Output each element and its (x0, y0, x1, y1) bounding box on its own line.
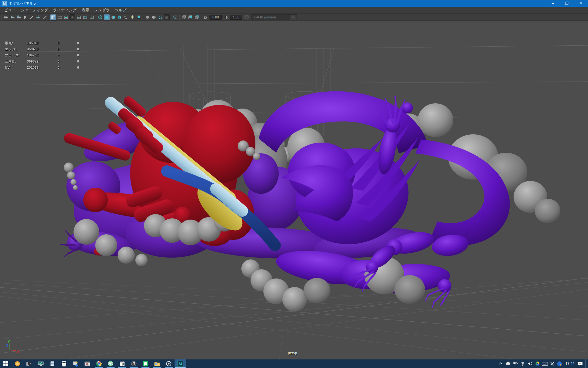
ime-close-icon[interactable] (548, 359, 556, 368)
restore-button[interactable]: ❐ (560, 0, 574, 7)
action-center-icon[interactable] (577, 359, 584, 368)
toolbar-separator (2, 15, 2, 20)
taskbar-icon-file-explorer[interactable] (151, 359, 163, 368)
resolution-gate-button[interactable] (63, 14, 69, 20)
occlusion-button[interactable] (145, 14, 150, 20)
hud-row-edges: エッジ:36940900 (0, 46, 97, 52)
safe-action-button[interactable] (82, 14, 88, 20)
battery-icon[interactable] (512, 359, 519, 368)
taskbar-icon-maya[interactable]: M (175, 359, 186, 368)
show-desktop-button[interactable] (585, 359, 587, 368)
taskbar-icon-ring-app[interactable] (12, 359, 23, 368)
toolbar-separator (201, 15, 201, 20)
titlebar[interactable]: M モデル パネル5 – ❐ ✕ (0, 0, 588, 7)
taskbar-icon-atom-green[interactable] (105, 359, 116, 368)
close-button[interactable]: ✕ (574, 0, 588, 7)
snap-move-icon[interactable] (35, 14, 41, 20)
hud-row-triangles: 三角形:36937200 (0, 58, 97, 64)
gate-mask-button[interactable] (70, 14, 75, 20)
panel-toolbar: 0.00 1.00 ● sRGB gamma ▼ (0, 14, 588, 21)
maya-model-panel-window: M モデル パネル5 – ❐ ✕ ビュー シェーディング ライティング 表示 レ… (0, 0, 588, 368)
windows-taskbar: M (0, 359, 588, 368)
field-chart-button[interactable] (76, 14, 82, 20)
taskbar-icon-record-ring[interactable] (163, 359, 175, 368)
taskbar-clock[interactable]: 17:42 (563, 362, 577, 366)
toolbar-separator (143, 15, 143, 20)
menu-shading[interactable]: シェーディング (18, 7, 51, 14)
ambient-light-button[interactable] (130, 14, 135, 20)
hud-row-uvs: UV:20103900 (0, 64, 97, 71)
taskbar-icon-chrome-profile[interactable] (93, 359, 105, 368)
menu-show[interactable]: 表示 (79, 7, 92, 14)
gamma-field[interactable]: 1.00 (230, 15, 242, 20)
taskbar-icon-setup-wizard[interactable] (70, 359, 81, 368)
svg-text:M: M (179, 362, 182, 366)
axis-x-label: X (17, 350, 20, 353)
axis-y-label: Y (8, 340, 10, 343)
taskbar-icon-browser-frame[interactable] (81, 359, 93, 368)
layer-stack-icon[interactable] (187, 14, 193, 20)
gamma-toggle[interactable]: ● (244, 15, 249, 19)
film-gate-button[interactable] (57, 14, 62, 20)
onedrive-icon[interactable] (504, 359, 512, 368)
color-space-dropdown[interactable]: sRGB gamma ▼ (251, 14, 297, 20)
motion-blur-button[interactable] (151, 14, 157, 20)
camera-gear-icon[interactable] (16, 14, 22, 20)
google-drive-icon[interactable] (534, 359, 541, 368)
film-camera-icon[interactable] (3, 14, 9, 20)
taskbar-icon-calendar-app[interactable] (116, 359, 128, 368)
safe-title-button[interactable] (89, 14, 95, 20)
taskbar-icon-calculator[interactable] (58, 359, 70, 368)
axis-z-label: Z (6, 344, 8, 347)
viewport-canvas[interactable] (0, 21, 588, 359)
isolate-select-button[interactable] (172, 14, 178, 20)
wireframe-cube-button[interactable] (97, 14, 103, 20)
contrast-icon[interactable] (223, 14, 229, 20)
taskbar-icon-gear-dark[interactable] (128, 359, 140, 368)
taskbar-icon-task-manager[interactable] (35, 359, 47, 368)
taskbar-icon-line-messenger[interactable] (140, 359, 151, 368)
taskbar-icon-crescent-app[interactable] (23, 359, 35, 368)
taskbar-icon-notepad[interactable] (47, 359, 58, 368)
bookmark-icon[interactable] (22, 14, 28, 20)
toolbar-separator (49, 15, 49, 20)
exposure-icon[interactable] (202, 14, 208, 20)
tray-expand-icon[interactable] (497, 359, 504, 368)
layer-stack-icon[interactable] (194, 14, 200, 20)
maya-app-icon: M (2, 1, 7, 6)
gray-sphere (394, 275, 425, 304)
camera-lock-icon[interactable] (9, 14, 15, 20)
hud-row-vertices: 頂点:18501800 (0, 40, 97, 46)
textured-cube-button[interactable] (117, 14, 123, 20)
use-all-lights-button[interactable] (123, 14, 129, 20)
ime-keyboard-icon[interactable] (541, 359, 548, 368)
camera-label[interactable]: persp (288, 351, 297, 355)
language-indicator-icon[interactable] (556, 359, 563, 368)
toolbar-separator (96, 15, 96, 20)
grid-display-button[interactable] (50, 14, 56, 20)
textured-sphere-button[interactable] (110, 14, 116, 20)
minimize-button[interactable]: – (546, 0, 560, 7)
shadows-button[interactable] (136, 14, 142, 20)
wifi-icon[interactable] (519, 359, 526, 368)
toolbar-separator (179, 15, 180, 20)
layer-stack-icon[interactable] (181, 14, 187, 20)
menu-lighting[interactable]: ライティング (51, 7, 79, 14)
exposure-field[interactable]: 0.00 (209, 15, 222, 20)
volume-icon[interactable] (526, 359, 534, 368)
menu-view[interactable]: ビュー (2, 7, 18, 14)
window-title: モデル パネル5 (9, 1, 36, 6)
multisample-button[interactable] (157, 14, 163, 20)
menu-help[interactable]: ヘルプ (112, 7, 129, 14)
chevron-down-icon: ▼ (290, 15, 296, 20)
capture-button[interactable] (164, 14, 170, 20)
menu-renderer[interactable]: レンダラ (92, 7, 112, 14)
grease-pencil-icon[interactable] (29, 14, 35, 20)
toolbar-separator (171, 15, 171, 20)
shaded-cube-button[interactable] (104, 14, 110, 20)
viewport-3d[interactable]: 頂点:18501800 エッジ:36940900 フェース:18470500 三… (0, 21, 588, 359)
axis-gizmo: Y X Z (4, 340, 22, 355)
panel-menubar: ビュー シェーディング ライティング 表示 レンダラ ヘルプ (0, 7, 588, 14)
start-button[interactable] (0, 359, 12, 368)
pencil-icon[interactable] (42, 14, 47, 20)
